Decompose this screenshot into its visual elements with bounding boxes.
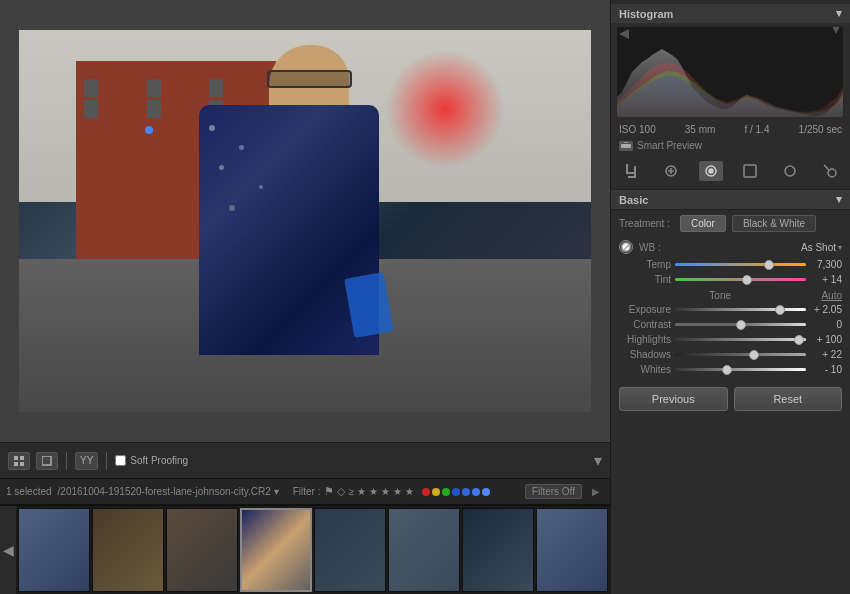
filmstrip-info: 1 selected xyxy=(6,486,52,497)
filter-section: Filter : ⚑ ◇ ≥ ★ ★ ★ ★ ★ xyxy=(293,485,490,498)
gradient-tool[interactable] xyxy=(738,161,762,181)
yellow-label[interactable] xyxy=(432,488,440,496)
right-expand-btn[interactable]: ▶ xyxy=(588,479,604,505)
shadows-thumb[interactable] xyxy=(749,350,759,360)
photo-main xyxy=(19,30,591,412)
filter-icons: ⚑ ◇ ≥ ★ ★ ★ ★ ★ xyxy=(324,485,414,498)
thumb-image-3 xyxy=(167,509,237,591)
basic-header[interactable]: Basic ▾ xyxy=(611,189,850,210)
film-thumb-8[interactable] xyxy=(536,508,608,592)
highlights-label: Highlights xyxy=(619,334,671,345)
tint-slider[interactable] xyxy=(675,278,806,281)
thumb-image-6 xyxy=(389,509,459,591)
green-label[interactable] xyxy=(442,488,450,496)
blue-label-4[interactable] xyxy=(482,488,490,496)
toolbar-right: ▾ xyxy=(594,451,602,470)
filmstrip-prev-nav[interactable]: ◀ xyxy=(0,505,16,594)
svg-rect-10 xyxy=(628,176,636,178)
temp-thumb[interactable] xyxy=(764,260,774,270)
main-content: YY Soft Proofing ▾ 1 selected /20161004-… xyxy=(0,0,850,594)
star-4[interactable]: ★ xyxy=(393,486,402,497)
blue-label-1[interactable] xyxy=(452,488,460,496)
highlights-slider[interactable] xyxy=(675,338,806,341)
histogram-header[interactable]: Histogram ▾ xyxy=(611,4,850,23)
adjustment-brush[interactable] xyxy=(818,161,842,181)
svg-point-17 xyxy=(785,166,795,176)
film-thumb-1[interactable] xyxy=(18,508,90,592)
filmstrip: ◀ xyxy=(0,504,610,594)
bottom-toolbar: YY Soft Proofing ▾ xyxy=(0,442,610,478)
histogram-svg xyxy=(617,27,843,117)
basic-expand[interactable]: ▾ xyxy=(836,193,842,206)
eyedropper-icon[interactable] xyxy=(619,240,633,254)
reset-button[interactable]: Reset xyxy=(734,387,843,411)
color-treatment-btn[interactable]: Color xyxy=(680,215,726,232)
tool-icons-row xyxy=(611,157,850,185)
shadows-slider[interactable] xyxy=(675,353,806,356)
filters-off-button[interactable]: Filters Off xyxy=(525,484,582,499)
red-label[interactable] xyxy=(422,488,430,496)
building-window xyxy=(84,100,98,118)
star-2[interactable]: ★ xyxy=(369,486,378,497)
flag-filter[interactable]: ⚑ xyxy=(324,485,334,498)
wb-row: WB : As Shot ▾ xyxy=(611,237,850,257)
color-filter[interactable]: ◇ xyxy=(337,485,345,498)
radial-tool[interactable] xyxy=(778,161,802,181)
yy-btn[interactable]: YY xyxy=(75,452,98,470)
view-tool-1[interactable] xyxy=(8,452,30,470)
auto-button[interactable]: Auto xyxy=(821,290,842,301)
basic-title: Basic xyxy=(619,194,648,206)
film-thumb-5[interactable] xyxy=(314,508,386,592)
smart-preview-label: Smart Preview xyxy=(637,140,702,151)
bw-treatment-btn[interactable]: Black & White xyxy=(732,215,816,232)
svg-rect-0 xyxy=(14,456,18,460)
contrast-slider-row: Contrast 0 xyxy=(611,317,850,332)
histogram-collapse[interactable]: ▾ xyxy=(836,7,842,20)
redeye-tool[interactable] xyxy=(699,161,723,181)
svg-point-18 xyxy=(828,169,836,177)
blue-label-2[interactable] xyxy=(462,488,470,496)
film-thumb-7[interactable] xyxy=(462,508,534,592)
exposure-slider[interactable] xyxy=(675,308,806,311)
crop-point xyxy=(145,126,153,134)
blue-label-3[interactable] xyxy=(472,488,480,496)
gte-filter[interactable]: ≥ xyxy=(348,486,354,497)
film-thumb-4[interactable] xyxy=(240,508,312,592)
spot-removal-tool[interactable] xyxy=(659,161,683,181)
temp-slider[interactable] xyxy=(675,263,806,266)
whites-slider[interactable] xyxy=(675,368,806,371)
star-3[interactable]: ★ xyxy=(381,486,390,497)
color-labels xyxy=(422,488,490,496)
soft-proofing-checkbox[interactable] xyxy=(115,455,126,466)
shadows-slider-row: Shadows + 22 xyxy=(611,347,850,362)
exposure-thumb[interactable] xyxy=(775,305,785,315)
filmstrip-toggle[interactable]: ▾ xyxy=(594,451,602,470)
crop-tool[interactable] xyxy=(619,161,643,181)
film-thumb-2[interactable] xyxy=(92,508,164,592)
whites-thumb[interactable] xyxy=(722,365,732,375)
contrast-value: 0 xyxy=(810,319,842,330)
wb-value[interactable]: As Shot ▾ xyxy=(801,242,842,253)
soft-proofing-toggle[interactable]: Soft Proofing xyxy=(115,455,188,466)
exif-aperture: f / 1.4 xyxy=(744,124,769,135)
whites-value: - 10 xyxy=(810,364,842,375)
histogram-title: Histogram xyxy=(619,8,673,20)
svg-rect-2 xyxy=(14,462,18,466)
contrast-slider[interactable] xyxy=(675,323,806,326)
star-1[interactable]: ★ xyxy=(357,486,366,497)
film-thumb-3[interactable] xyxy=(166,508,238,592)
highlights-thumb[interactable] xyxy=(794,335,804,345)
svg-rect-1 xyxy=(20,456,24,460)
film-thumb-6[interactable] xyxy=(388,508,460,592)
contrast-thumb[interactable] xyxy=(736,320,746,330)
histogram-section: Histogram ▾ xyxy=(611,0,850,157)
center-area: YY Soft Proofing ▾ 1 selected /20161004-… xyxy=(0,0,610,594)
view-tool-2[interactable] xyxy=(36,452,58,470)
wb-dropdown-arrow[interactable]: ▾ xyxy=(838,243,842,252)
svg-rect-3 xyxy=(20,462,24,466)
star-5[interactable]: ★ xyxy=(405,486,414,497)
dropdown-arrow[interactable]: ▾ xyxy=(274,486,279,497)
svg-line-19 xyxy=(824,165,829,170)
tint-thumb[interactable] xyxy=(742,275,752,285)
previous-button[interactable]: Previous xyxy=(619,387,728,411)
